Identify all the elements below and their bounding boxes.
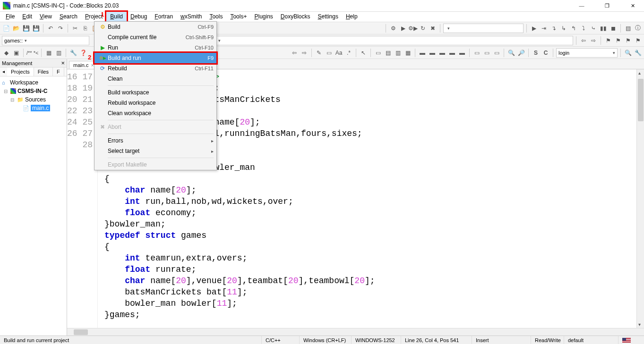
scroll-down-icon[interactable]: ▾ (638, 322, 641, 327)
menu-item-build[interactable]: ⚙BuildCtrl-F9 (94, 22, 216, 32)
view-doc-icon[interactable]: ▥ (54, 49, 63, 57)
expand-icon[interactable]: ⊟ (4, 89, 9, 94)
tree-file-main-c[interactable]: 📄 main.c (2, 104, 65, 112)
language-flag-icon[interactable] (622, 338, 631, 343)
config-icon[interactable]: 🔧 (69, 49, 77, 57)
menu-wxsmith[interactable]: wxSmith (177, 12, 206, 22)
doc-comment-icon[interactable]: /** *< (26, 49, 38, 57)
bookmark-next-icon[interactable]: ⚑ (624, 36, 632, 45)
btn8-icon[interactable]: ▬ (448, 49, 456, 57)
menu-item-build-workspace[interactable]: Build workspace (94, 87, 216, 98)
next-line-icon[interactable]: ↴ (550, 24, 558, 33)
tab-projects[interactable]: Projects (7, 67, 34, 76)
tree-project[interactable]: ⊟ CSMS-IN-C (2, 87, 65, 95)
redo-icon[interactable]: ↷ (56, 24, 65, 33)
c-icon[interactable]: C (541, 49, 550, 57)
menu-item-rebuild[interactable]: ⟳RebuildCtrl-F11 (94, 63, 216, 74)
debug-windows-icon[interactable]: ▤ (624, 24, 632, 33)
new-file-icon[interactable]: 📄 (2, 24, 10, 33)
close-button[interactable]: ✕ (624, 3, 641, 9)
text-icon[interactable]: ▭ (325, 49, 333, 57)
undo-icon[interactable]: ↶ (46, 24, 55, 33)
menu-doxyblocks[interactable]: DoxyBlocks (277, 12, 314, 22)
layout4-icon[interactable]: ▦ (404, 49, 412, 57)
scroll-thumb[interactable] (638, 79, 644, 121)
menu-fortran[interactable]: Fortran (151, 12, 177, 22)
menu-tools+[interactable]: Tools+ (226, 12, 250, 22)
btn7-icon[interactable]: ▬ (438, 49, 447, 57)
hscroll-thumb[interactable] (74, 329, 88, 335)
btn10-icon[interactable]: ▭ (472, 49, 481, 57)
case-icon[interactable]: Aa (335, 49, 343, 57)
select-icon[interactable]: ↖ (359, 49, 368, 57)
menu-view[interactable]: View (36, 12, 56, 22)
menu-item-compile-current-file[interactable]: Compile current fileCtrl-Shift-F9 (94, 32, 216, 42)
project-tree[interactable]: ⌂ Workspace ⊟ CSMS-IN-C ⊟ 📁 Sources 📄 ma… (0, 76, 67, 114)
tab-fsymbols[interactable]: F (53, 67, 64, 76)
horizontal-scrollbar[interactable] (67, 328, 644, 336)
back-icon[interactable]: ⇦ (290, 49, 299, 57)
tree-sources[interactable]: ⊟ 📁 Sources (2, 95, 65, 104)
info-icon[interactable]: ⓘ (634, 24, 642, 33)
menu-item-clean[interactable]: Clean (94, 74, 216, 84)
management-close-icon[interactable]: × (61, 59, 65, 67)
menu-item-run[interactable]: ▶RunCtrl-F10 (94, 42, 216, 53)
run-doxy-icon[interactable]: ▦ (44, 49, 53, 57)
run-to-cursor-icon[interactable]: ⇥ (540, 24, 548, 33)
expand-icon[interactable]: ⊟ (10, 97, 16, 102)
build-gear-icon[interactable]: ⚙ (389, 24, 397, 33)
scope-combo[interactable]: games:: ▾ (2, 36, 89, 45)
next-instr-icon[interactable]: ⤵ (579, 24, 588, 33)
menu-debug[interactable]: Debug (127, 12, 151, 22)
nav-forward-icon[interactable]: ⇨ (589, 36, 598, 45)
layout3-icon[interactable]: ▥ (394, 49, 402, 57)
abort-icon[interactable]: ✖ (429, 24, 437, 33)
rebuild-icon[interactable]: ↻ (419, 24, 427, 33)
btn6-icon[interactable]: ▬ (428, 49, 437, 57)
run-icon[interactable]: ▶ (399, 24, 407, 33)
tab-files[interactable]: Files (34, 67, 53, 76)
menu-item-rebuild-workspace[interactable]: Rebuild workspace (94, 98, 216, 108)
login-combo[interactable]: login ▾ (556, 48, 618, 58)
step-into-icon[interactable]: ↳ (559, 24, 568, 33)
step-out-icon[interactable]: ↰ (569, 24, 578, 33)
menu-tools[interactable]: Tools (206, 12, 226, 22)
menu-help[interactable]: Help (342, 12, 361, 22)
btn9-icon[interactable]: ▬ (458, 49, 466, 57)
bookmark-clear-icon[interactable]: ⚑ (634, 36, 642, 45)
menu-item-clean-workspace[interactable]: Clean workspace (94, 108, 216, 118)
debug-run-icon[interactable]: ▶ (530, 24, 538, 33)
open-icon[interactable]: 📂 (12, 24, 20, 33)
layout1-icon[interactable]: ▭ (374, 49, 382, 57)
highlight-icon[interactable]: ✎ (315, 49, 323, 57)
nav-back-icon[interactable]: ⇦ (579, 36, 588, 45)
copy-icon[interactable]: ⎘ (81, 24, 89, 33)
vertical-scrollbar[interactable]: ▴ ▾ (636, 69, 644, 328)
menu-plugins[interactable]: Plugins (250, 12, 276, 22)
target-combo[interactable]: ▾ (443, 24, 524, 33)
menu-item-errors[interactable]: Errors▸ (94, 135, 216, 146)
tab-nav-left[interactable]: ◂ (0, 67, 7, 76)
file-tab-close-icon[interactable]: × (91, 62, 94, 68)
build-run-icon[interactable]: ⚙▶ (409, 24, 417, 33)
btn12-icon[interactable]: ▭ (492, 49, 501, 57)
menu-item-build-and-run[interactable]: ⚙▶Build and runF92 (94, 53, 216, 63)
bookmark-flag-icon[interactable]: ⚑ (604, 36, 612, 45)
search-icon[interactable]: 🔍 (624, 49, 632, 57)
tree-workspace[interactable]: ⌂ Workspace (2, 78, 65, 87)
doxy-run-icon[interactable]: ◆ (2, 49, 10, 57)
menu-build[interactable]: Build1 (106, 12, 127, 22)
menu-edit[interactable]: Edit (18, 12, 36, 22)
maximize-button[interactable]: ❐ (599, 3, 616, 9)
stop-icon[interactable]: ◼ (609, 24, 618, 33)
save-icon[interactable]: 💾 (22, 24, 30, 33)
s-icon[interactable]: S (532, 49, 540, 57)
wrench-icon[interactable]: 🔧 (634, 49, 642, 57)
btn5-icon[interactable]: ▬ (418, 49, 427, 57)
btn11-icon[interactable]: ▭ (482, 49, 491, 57)
regex-icon[interactable]: .* (344, 49, 353, 57)
zoom-in-icon[interactable]: 🔍 (507, 49, 515, 57)
layout2-icon[interactable]: ▤ (384, 49, 392, 57)
menu-settings[interactable]: Settings (314, 12, 342, 22)
cut-icon[interactable]: ✂ (71, 24, 79, 33)
